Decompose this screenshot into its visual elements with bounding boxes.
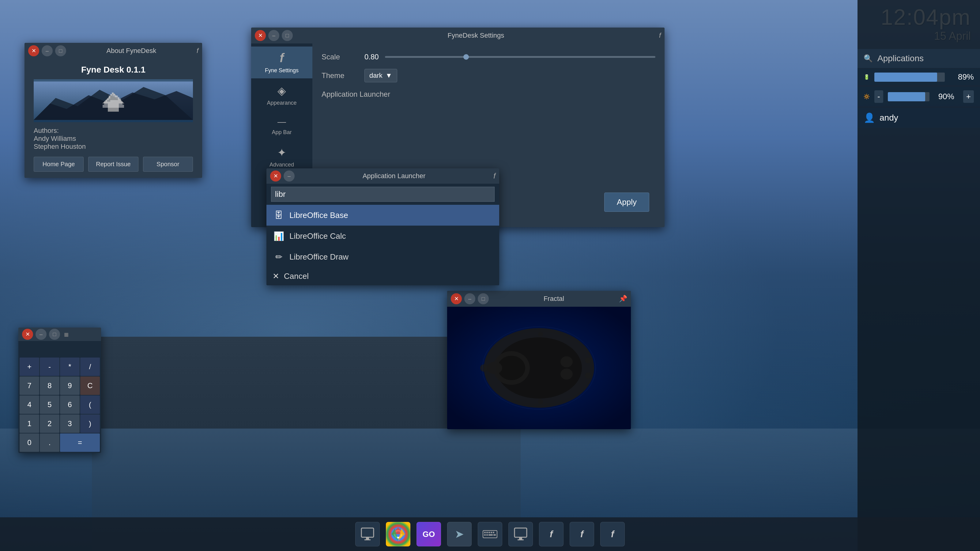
calc-dot[interactable]: . <box>40 433 59 452</box>
calc-titlebar: ✕ – □ ▦ <box>18 327 101 341</box>
calc-5[interactable]: 5 <box>40 395 59 414</box>
about-buttons: Home Page Report Issue Sponsor <box>34 157 193 172</box>
svg-point-16 <box>538 399 543 404</box>
calc-maximize-button[interactable]: □ <box>49 329 60 340</box>
launcher-result-libreoffice-base[interactable]: 🗄 LibreOffice Base <box>266 205 499 225</box>
user-name: andy <box>880 113 898 123</box>
calc-divide[interactable]: / <box>80 357 100 376</box>
taskbar-fyne2[interactable]: f <box>570 522 594 546</box>
libreoffice-base-label: LibreOffice Base <box>290 211 348 220</box>
calc-7[interactable]: 7 <box>20 376 39 395</box>
sidebar-item-appearance[interactable]: ◈ Appearance <box>251 80 312 111</box>
svg-point-10 <box>560 356 573 367</box>
fractal-maximize-button[interactable]: □ <box>478 293 489 304</box>
svg-rect-29 <box>493 532 494 533</box>
fractal-minimize-button[interactable]: – <box>464 293 475 304</box>
taskbar-fyne1[interactable]: f <box>539 522 563 546</box>
settings-fyne-logo: f <box>659 32 661 40</box>
calc-grid: + - * / 7 8 9 C 4 5 6 ( 1 2 3 ) 0 . = <box>18 356 101 453</box>
svg-rect-28 <box>491 532 492 533</box>
sidebar-appearance-label: Appearance <box>267 100 296 106</box>
about-fyne-window: ✕ – □ About FyneDesk f Fyne Desk 0.1.1 <box>24 43 202 178</box>
fractal-titlebar: ✕ – □ Fractal 📌 <box>447 291 631 307</box>
launcher-search-area <box>266 184 499 205</box>
apps-search-bar[interactable]: 🔍 Applications <box>858 49 980 68</box>
taskbar-fyne3[interactable]: f <box>600 522 625 546</box>
calc-3[interactable]: 3 <box>60 414 80 433</box>
calc-4[interactable]: 4 <box>20 395 39 414</box>
calc-open-paren[interactable]: ( <box>80 395 100 414</box>
theme-dropdown[interactable]: dark ▼ <box>364 69 397 83</box>
libreoffice-calc-icon: 📊 <box>272 230 285 242</box>
launcher-title: Application Launcher <box>297 172 491 180</box>
svg-rect-33 <box>493 534 496 536</box>
user-row: 👤 andy <box>858 108 980 128</box>
svg-rect-25 <box>484 532 486 533</box>
calc-close-button[interactable]: ✕ <box>22 329 33 340</box>
svg-rect-36 <box>517 539 524 540</box>
about-maximize-button[interactable]: □ <box>55 45 66 56</box>
launcher-result-libreoffice-calc[interactable]: 📊 LibreOffice Calc <box>266 225 499 246</box>
home-page-button[interactable]: Home Page <box>34 157 84 172</box>
calc-8[interactable]: 8 <box>40 376 59 395</box>
taskbar-goland[interactable]: GO <box>417 522 441 546</box>
launcher-fyne-logo: f <box>493 172 495 180</box>
svg-point-15 <box>538 332 543 337</box>
settings-window-title: FyneDesk Settings <box>295 32 657 40</box>
calc-title-indicator: ▦ <box>64 332 68 337</box>
sidebar-appbar-label: App Bar <box>272 129 291 136</box>
launcher-minimize-button[interactable]: – <box>283 170 294 181</box>
calc-multiply[interactable]: * <box>60 357 80 376</box>
scale-slider[interactable] <box>385 56 655 58</box>
fractal-pin-icon[interactable]: 📌 <box>619 295 627 303</box>
sidebar-item-fyne[interactable]: f Fyne Settings <box>251 46 312 78</box>
libreoffice-draw-label: LibreOffice Draw <box>290 252 348 262</box>
theme-label: Theme <box>321 71 358 80</box>
about-titlebar: ✕ – □ About FyneDesk f <box>24 43 202 59</box>
svg-rect-31 <box>486 534 488 536</box>
taskbar-monitor-right[interactable] <box>508 522 533 546</box>
calc-close-paren[interactable]: ) <box>80 414 100 433</box>
about-minimize-button[interactable]: – <box>41 45 52 56</box>
svg-marker-3 <box>102 92 124 112</box>
brightness-minus-button[interactable]: - <box>874 90 883 103</box>
launcher-search-input[interactable] <box>271 187 495 202</box>
user-avatar-icon: 👤 <box>864 112 875 123</box>
launcher-result-libreoffice-draw[interactable]: ✏ LibreOffice Draw <box>266 246 499 267</box>
calc-6[interactable]: 6 <box>60 395 80 414</box>
calc-minus[interactable]: - <box>40 357 59 376</box>
libreoffice-base-icon: 🗄 <box>272 209 285 221</box>
sidebar-item-appbar[interactable]: — App Bar <box>251 112 312 140</box>
scale-label: Scale <box>321 52 358 61</box>
about-author2: Stephen Houston <box>34 143 86 150</box>
calc-9[interactable]: 9 <box>60 376 80 395</box>
taskbar-keyboard[interactable] <box>478 522 502 546</box>
fyne-sidebar-icon: f <box>280 51 283 65</box>
settings-maximize-button[interactable]: □ <box>282 30 293 41</box>
launcher-cancel-button[interactable]: ✕ Cancel <box>266 267 499 285</box>
calc-plus[interactable]: + <box>20 357 39 376</box>
calc-minimize-button[interactable]: – <box>35 329 46 340</box>
taskbar-chromium[interactable] <box>386 522 410 546</box>
taskbar-arrow[interactable]: ➤ <box>447 522 472 546</box>
calc-clear[interactable]: C <box>80 376 100 395</box>
settings-close-button[interactable]: ✕ <box>255 30 266 41</box>
calc-equals[interactable]: = <box>60 433 100 452</box>
sponsor-button[interactable]: Sponsor <box>143 157 193 172</box>
brightness-bar-fill <box>888 92 926 101</box>
svg-rect-26 <box>486 532 488 533</box>
sidebar-item-advanced[interactable]: ✦ Advanced <box>251 142 312 173</box>
svg-rect-18 <box>361 528 374 537</box>
settings-apply-button[interactable]: Apply <box>604 192 649 212</box>
svg-rect-34 <box>514 528 527 537</box>
taskbar-monitor-left[interactable] <box>355 522 380 546</box>
fractal-close-button[interactable]: ✕ <box>451 293 462 304</box>
report-issue-button[interactable]: Report Issue <box>88 157 138 172</box>
settings-minimize-button[interactable]: – <box>268 30 279 41</box>
brightness-plus-button[interactable]: + <box>963 90 974 103</box>
calc-1[interactable]: 1 <box>20 414 39 433</box>
calc-0[interactable]: 0 <box>20 433 39 452</box>
calc-2[interactable]: 2 <box>40 414 59 433</box>
about-close-button[interactable]: ✕ <box>28 45 39 56</box>
launcher-close-button[interactable]: ✕ <box>270 170 281 181</box>
